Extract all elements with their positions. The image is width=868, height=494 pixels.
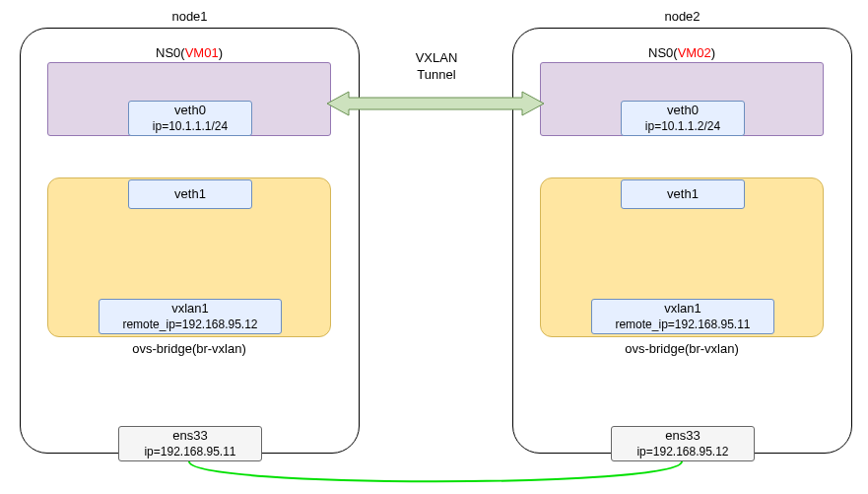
node2-vxlan1: vxlan1 remote_ip=192.168.95.11 — [591, 299, 774, 334]
node1-vxlan1: vxlan1 remote_ip=192.168.95.12 — [99, 299, 282, 334]
node2-namespace-title: NS0(VM02) — [541, 45, 823, 60]
node1-ovs-caption: ovs-bridge(br-vxlan) — [48, 341, 330, 356]
iface-name: veth1 — [667, 186, 699, 202]
iface-name: veth1 — [174, 186, 206, 202]
iface-detail: ip=10.1.1.1/24 — [153, 119, 228, 134]
node2-title: node2 — [513, 9, 851, 24]
iface-name: ens33 — [665, 428, 700, 444]
node1-ens33: ens33 ip=192.168.95.11 — [118, 426, 262, 461]
iface-detail: ip=192.168.95.12 — [636, 445, 728, 459]
node1-title: node1 — [21, 9, 359, 24]
iface-name: vxlan1 — [664, 301, 701, 317]
iface-name: veth0 — [667, 103, 699, 118]
iface-name: veth0 — [174, 103, 206, 118]
node2-ens33: ens33 ip=192.168.95.12 — [611, 426, 755, 461]
node1-namespace-title: NS0(VM01) — [48, 45, 330, 60]
iface-detail: remote_ip=192.168.95.11 — [615, 318, 750, 332]
ns0-suffix: ) — [219, 45, 223, 60]
node1-veth0: veth0 ip=10.1.1.1/24 — [128, 101, 252, 136]
ns0-prefix: NS0( — [648, 45, 678, 60]
iface-detail: ip=10.1.1.2/24 — [645, 119, 720, 134]
node2-veth0: veth0 ip=10.1.1.2/24 — [621, 101, 745, 136]
vxlan-tunnel-arrow — [327, 89, 544, 118]
iface-detail: remote_ip=192.168.95.12 — [122, 318, 257, 332]
ns0-suffix: ) — [711, 45, 715, 60]
vxlan-tunnel-label: VXLAN Tunnel — [402, 50, 471, 84]
iface-name: vxlan1 — [171, 301, 209, 317]
iface-detail: ip=192.168.95.11 — [144, 445, 235, 459]
tunnel-label-line1: VXLAN — [402, 50, 471, 67]
ns0-prefix: NS0( — [156, 45, 185, 60]
svg-marker-0 — [327, 92, 544, 115]
vm-name: VM02 — [678, 45, 711, 60]
tunnel-label-line2: Tunnel — [402, 67, 471, 84]
node2-veth1: veth1 — [621, 179, 745, 209]
vm-name: VM01 — [185, 45, 219, 60]
iface-name: ens33 — [172, 428, 207, 444]
diagram-canvas: node1 NS0(VM01) veth0 ip=10.1.1.1/24 ovs… — [0, 0, 868, 494]
node1-veth1: veth1 — [128, 179, 252, 209]
node2-ovs-caption: ovs-bridge(br-vxlan) — [541, 341, 823, 356]
